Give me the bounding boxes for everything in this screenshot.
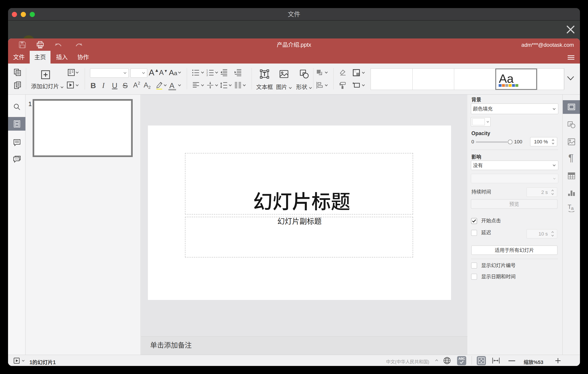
svg-text:a: a <box>571 206 574 211</box>
svg-text:3: 3 <box>206 74 208 77</box>
